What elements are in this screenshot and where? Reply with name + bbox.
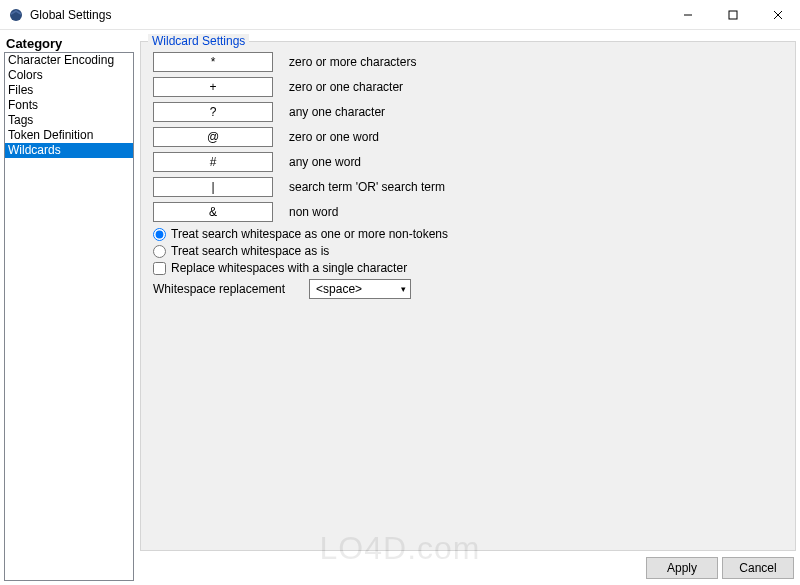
sidebar-header: Category (4, 34, 134, 52)
category-item-tags[interactable]: Tags (5, 113, 133, 128)
checkbox-replace[interactable] (153, 262, 166, 275)
category-item-fonts[interactable]: Fonts (5, 98, 133, 113)
wildcard-desc: any one character (289, 105, 385, 119)
wildcard-row: zero or more characters (153, 52, 783, 72)
wildcard-row: zero or one character (153, 77, 783, 97)
window-controls (665, 0, 800, 29)
checkbox-label: Replace whitespaces with a single charac… (171, 261, 407, 275)
wildcard-desc: zero or one word (289, 130, 379, 144)
checkbox-row-replace[interactable]: Replace whitespaces with a single charac… (153, 261, 783, 275)
wildcard-settings-group: Wildcard Settings zero or more character… (140, 41, 796, 551)
replacement-value: <space> (316, 282, 362, 296)
wildcard-input-hash[interactable] (153, 152, 273, 172)
radio-row-nontokens[interactable]: Treat search whitespace as one or more n… (153, 227, 783, 241)
replacement-row: Whitespace replacement <space> ▾ (153, 279, 783, 299)
wildcard-input-plus[interactable] (153, 77, 273, 97)
main-panel: Wildcard Settings zero or more character… (140, 34, 796, 581)
replacement-select[interactable]: <space> ▾ (309, 279, 411, 299)
category-item-character-encoding[interactable]: Character Encoding (5, 53, 133, 68)
maximize-button[interactable] (710, 0, 755, 29)
wildcard-desc: non word (289, 205, 338, 219)
radio-asis[interactable] (153, 245, 166, 258)
window-title: Global Settings (30, 8, 665, 22)
wildcard-desc: any one word (289, 155, 361, 169)
category-item-colors[interactable]: Colors (5, 68, 133, 83)
minimize-button[interactable] (665, 0, 710, 29)
wildcard-input-question[interactable] (153, 102, 273, 122)
wildcard-row: non word (153, 202, 783, 222)
wildcard-desc: zero or one character (289, 80, 403, 94)
cancel-button[interactable]: Cancel (722, 557, 794, 579)
radio-nontokens[interactable] (153, 228, 166, 241)
titlebar: Global Settings (0, 0, 800, 30)
category-list[interactable]: Character Encoding Colors Files Fonts Ta… (4, 52, 134, 581)
wildcard-desc: zero or more characters (289, 55, 416, 69)
wildcard-input-pipe[interactable] (153, 177, 273, 197)
button-bar: Apply Cancel (140, 551, 796, 581)
replacement-label: Whitespace replacement (153, 282, 285, 296)
content: Category Character Encoding Colors Files… (0, 30, 800, 585)
radio-label: Treat search whitespace as is (171, 244, 329, 258)
chevron-down-icon: ▾ (401, 284, 406, 294)
wildcard-row: any one character (153, 102, 783, 122)
wildcard-input-at[interactable] (153, 127, 273, 147)
category-item-wildcards[interactable]: Wildcards (5, 143, 133, 158)
apply-button[interactable]: Apply (646, 557, 718, 579)
radio-label: Treat search whitespace as one or more n… (171, 227, 448, 241)
wildcard-row: search term 'OR' search term (153, 177, 783, 197)
wildcard-input-amp[interactable] (153, 202, 273, 222)
sidebar: Category Character Encoding Colors Files… (4, 34, 134, 581)
category-item-token-definition[interactable]: Token Definition (5, 128, 133, 143)
wildcard-input-star[interactable] (153, 52, 273, 72)
category-item-files[interactable]: Files (5, 83, 133, 98)
groupbox-title: Wildcard Settings (148, 34, 249, 48)
close-button[interactable] (755, 0, 800, 29)
radio-row-asis[interactable]: Treat search whitespace as is (153, 244, 783, 258)
svg-rect-2 (729, 11, 737, 19)
wildcard-row: zero or one word (153, 127, 783, 147)
wildcard-row: any one word (153, 152, 783, 172)
app-icon (8, 7, 24, 23)
wildcard-desc: search term 'OR' search term (289, 180, 445, 194)
